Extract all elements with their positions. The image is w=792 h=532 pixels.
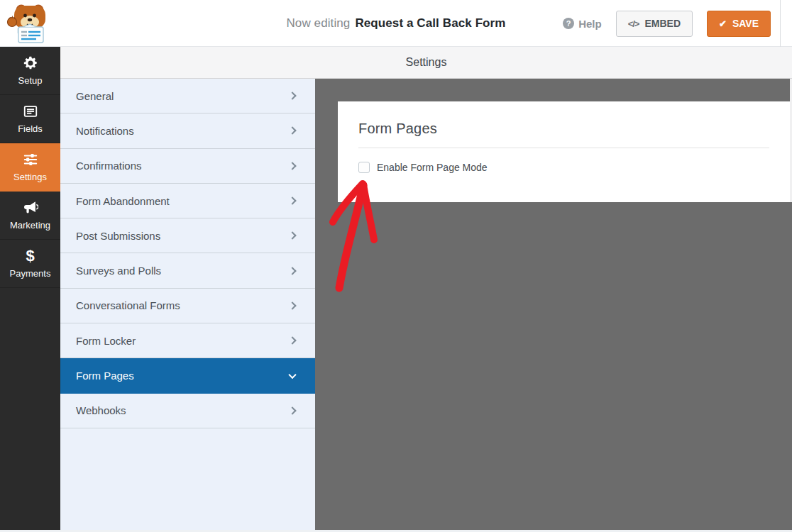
sidebar-item-marketing[interactable]: Marketing <box>0 192 60 240</box>
chevron-right-icon <box>288 337 296 345</box>
settings-menu-item-webhooks[interactable]: Webhooks <box>60 394 315 428</box>
settings-menu-item-form-locker[interactable]: Form Locker <box>60 323 315 358</box>
chevron-right-icon <box>288 162 296 170</box>
sidebar-item-label: Payments <box>10 268 51 279</box>
menu-item-label: Conversational Forms <box>76 299 180 311</box>
help-button[interactable]: ? Help <box>563 18 602 30</box>
now-editing-label: Now editing <box>286 16 350 31</box>
settings-menu-item-general[interactable]: General <box>60 79 315 113</box>
embed-button[interactable]: </> EMBED <box>616 11 693 37</box>
settings-menu-item-notifications[interactable]: Notifications <box>60 113 315 148</box>
settings-menu-item-form-pages[interactable]: Form Pages <box>60 358 315 393</box>
chevron-right-icon <box>288 196 296 204</box>
sliders-icon <box>23 152 38 167</box>
help-label: Help <box>578 18 602 30</box>
menu-item-label: General <box>76 90 114 102</box>
chevron-right-icon <box>288 406 296 414</box>
chevron-right-icon <box>288 232 296 240</box>
settings-menu-item-conversational-forms[interactable]: Conversational Forms <box>60 289 315 323</box>
chevron-right-icon <box>288 301 296 309</box>
menu-item-label: Form Pages <box>76 370 134 382</box>
form-pages-panel: Form Pages Enable Form Page Mode <box>338 101 790 202</box>
sidebar-item-label: Fields <box>18 123 43 134</box>
wpforms-builder: Now editing Request a Call Back Form ? H… <box>0 0 792 532</box>
header-actions: ? Help </> EMBED ✔ SAVE <box>563 0 771 47</box>
settings-menu-item-form-abandonment[interactable]: Form Abandonment <box>60 184 315 218</box>
question-mark-icon: ? <box>563 18 574 29</box>
panel-title-bar: Settings <box>60 47 792 79</box>
gear-icon <box>23 55 38 71</box>
code-icon: </> <box>628 18 639 29</box>
enable-form-page-mode-row: Enable Form Page Mode <box>358 162 769 173</box>
menu-item-label: Form Locker <box>76 335 136 347</box>
save-button[interactable]: ✔ SAVE <box>707 11 771 37</box>
settings-menu-item-surveys-and-polls[interactable]: Surveys and Polls <box>60 253 315 288</box>
dollar-icon: $ <box>23 248 38 264</box>
sidebar-item-fields[interactable]: Fields <box>0 95 60 143</box>
settings-menu: General Notifications Confirmations Form… <box>60 79 315 531</box>
sidebar-item-label: Settings <box>13 172 47 182</box>
title-divider <box>358 148 769 148</box>
sidebar-item-setup[interactable]: Setup <box>0 47 60 95</box>
menu-item-label: Surveys and Polls <box>76 265 161 277</box>
menu-item-label: Notifications <box>76 125 134 137</box>
checkmark-icon: ✔ <box>719 18 727 29</box>
sidebar-item-settings[interactable]: Settings <box>0 143 60 192</box>
settings-menu-item-confirmations[interactable]: Confirmations <box>60 149 315 184</box>
header-divider <box>780 0 781 47</box>
top-header: Now editing Request a Call Back Form ? H… <box>0 0 792 47</box>
builder-sidebar: Setup Fields Settings <box>0 47 60 531</box>
chevron-right-icon <box>288 92 296 99</box>
panel-title: Settings <box>406 56 447 69</box>
menu-item-label: Confirmations <box>76 160 142 172</box>
embed-label: EMBED <box>644 18 681 29</box>
menu-item-label: Post Submissions <box>76 230 160 242</box>
sidebar-item-label: Setup <box>18 75 43 86</box>
sidebar-item-payments[interactable]: $ Payments <box>0 240 60 288</box>
save-label: SAVE <box>732 18 759 29</box>
menu-item-label: Form Abandonment <box>76 195 170 207</box>
enable-form-page-mode-checkbox[interactable] <box>358 162 370 173</box>
chevron-right-icon <box>288 127 296 135</box>
megaphone-icon <box>23 200 38 216</box>
chevron-down-icon <box>288 370 296 378</box>
menu-item-label: Webhooks <box>76 404 126 416</box>
sidebar-item-label: Marketing <box>10 220 50 231</box>
chevron-right-icon <box>288 267 296 275</box>
settings-content-area: Form Pages Enable Form Page Mode <box>315 79 792 531</box>
form-name: Request a Call Back Form <box>355 16 505 31</box>
settings-menu-item-post-submissions[interactable]: Post Submissions <box>60 218 315 253</box>
enable-form-page-mode-label[interactable]: Enable Form Page Mode <box>377 162 488 173</box>
form-fields-icon <box>23 104 38 119</box>
form-pages-title: Form Pages <box>358 121 769 137</box>
